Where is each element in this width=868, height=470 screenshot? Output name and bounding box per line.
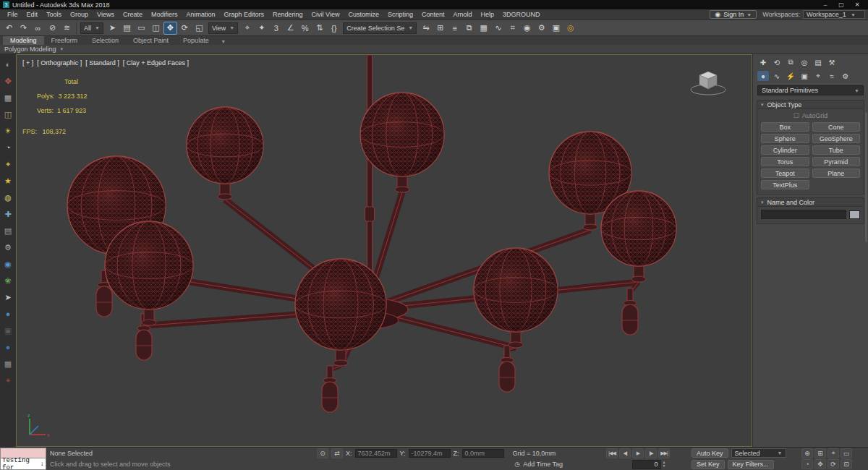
ribbon-tab-populate[interactable]: Populate	[176, 36, 216, 45]
set-key-button[interactable]: Set Key	[692, 460, 725, 469]
autogrid-checkbox[interactable]: ☐	[793, 112, 799, 119]
sign-in-dropdown[interactable]: ◉ Sign In ▼	[710, 10, 757, 19]
object-name-input[interactable]	[761, 210, 846, 219]
clay-sphere-icon[interactable]: ◔	[2, 142, 14, 153]
name-and-color-rollout-header[interactable]: ▾ Name and Color	[757, 197, 864, 207]
object-type-rollout-header[interactable]: ▾ Object Type	[757, 100, 864, 109]
pan-icon[interactable]: ✥	[814, 459, 826, 469]
menu-arnold[interactable]: Arnold	[448, 9, 476, 20]
zoom-icon[interactable]: ⊕	[801, 448, 813, 458]
percent-snap-icon[interactable]: %	[298, 22, 312, 35]
maxscript-mini-listener[interactable]: Testing for ↓	[0, 448, 46, 470]
curve-editor-icon[interactable]: ∿	[491, 22, 505, 35]
menu-rendering[interactable]: Rendering	[268, 9, 307, 20]
offset-mode-icon[interactable]: ⇄	[331, 448, 343, 458]
play-button[interactable]: ▶	[632, 448, 644, 458]
auto-key-button[interactable]: Auto Key	[692, 448, 728, 458]
minimize-button[interactable]: –	[817, 1, 833, 8]
objtype-cylinder-button[interactable]: Cylinder	[761, 145, 809, 155]
menu-group[interactable]: Group	[66, 9, 93, 20]
menu-content[interactable]: Content	[417, 9, 449, 20]
add-object-icon[interactable]: ✚	[2, 208, 14, 220]
menu-views[interactable]: Views	[93, 9, 119, 20]
rectangular-selection-region-icon[interactable]: ▭	[135, 22, 148, 35]
menu-customize[interactable]: Customize	[344, 9, 383, 20]
objtype-textplus-button[interactable]: TextPlus	[761, 180, 809, 189]
redo-icon[interactable]: ↷	[17, 22, 30, 35]
menu-create[interactable]: Create	[119, 9, 147, 20]
box-mode-icon[interactable]: ◫	[2, 108, 14, 120]
viewport-standard-label[interactable]: [ Standard ]	[85, 59, 119, 67]
mirror-icon[interactable]: ⇋	[419, 22, 433, 35]
zoom-extents-icon[interactable]: ⌖	[827, 448, 839, 458]
use-center-flyout-icon[interactable]: ⌖	[240, 22, 254, 35]
objtype-sphere-button[interactable]: Sphere	[761, 134, 809, 143]
y-coordinate-field[interactable]: -10279,4m	[409, 449, 451, 458]
angle-snap-icon[interactable]: ∠	[284, 22, 297, 35]
objtype-teapot-button[interactable]: Teapot	[761, 168, 809, 178]
hierarchy-tab-icon[interactable]: ⧉	[785, 57, 796, 67]
material-editor-icon[interactable]: ◉	[520, 22, 534, 35]
menu-modifiers[interactable]: Modifiers	[147, 9, 182, 20]
globe-icon[interactable]: ◉	[2, 258, 14, 270]
objtype-plane-button[interactable]: Plane	[812, 168, 861, 178]
geometry-category-icon[interactable]: ●	[757, 71, 769, 81]
display-tab-icon[interactable]: ▤	[812, 57, 824, 67]
ribbon-options-icon[interactable]: ▾	[222, 38, 225, 45]
render-setup-icon[interactable]: ⚙	[535, 22, 548, 35]
maximize-button[interactable]: ▢	[833, 1, 849, 8]
select-object-icon[interactable]: ➤	[106, 22, 119, 35]
systems-category-icon[interactable]: ⚙	[840, 71, 851, 81]
menu-file[interactable]: File	[3, 9, 22, 20]
mesh-grid-icon[interactable]: ▦	[2, 358, 14, 369]
isolate-selection-icon[interactable]: ⊙	[317, 448, 328, 458]
go-to-start-button[interactable]: |◀◀	[606, 448, 618, 458]
selection-filter-dropdown[interactable]: All ▼	[80, 22, 103, 34]
select-link-icon[interactable]: ∞	[31, 22, 45, 35]
select-and-scale-icon[interactable]: ◱	[192, 22, 206, 35]
objtype-cone-button[interactable]: Cone	[812, 122, 861, 132]
window-crossing-icon[interactable]: ◫	[149, 22, 163, 35]
x-coordinate-field[interactable]: 7632,452m	[355, 449, 397, 458]
sun-light-icon[interactable]: ☀	[2, 125, 14, 137]
target-icon[interactable]: ⌖	[2, 375, 14, 386]
listener-line[interactable]: Testing for ↓	[0, 458, 46, 470]
move-gizmo-icon[interactable]: ✥	[2, 75, 14, 87]
selected-set-dropdown[interactable]: Selected ▼	[731, 448, 786, 458]
zoom-all-icon[interactable]: ⊞	[814, 448, 826, 458]
modify-tab-icon[interactable]: ⟲	[771, 57, 783, 67]
menu-edit[interactable]: Edit	[22, 9, 43, 20]
objtype-box-button[interactable]: Box	[761, 122, 809, 132]
objtype-tube-button[interactable]: Tube	[812, 145, 861, 155]
ribbon-tab-object-paint[interactable]: Object Paint	[126, 36, 176, 45]
align-icon[interactable]: ⊞	[433, 22, 447, 35]
select-by-name-icon[interactable]: ▤	[120, 22, 134, 35]
close-button[interactable]: ✕	[849, 1, 865, 8]
spacewarps-category-icon[interactable]: ≈	[826, 71, 838, 81]
select-and-rotate-icon[interactable]: ⟳	[178, 22, 192, 35]
orbit-icon[interactable]: ⟳	[827, 459, 839, 469]
menu-help[interactable]: Help	[476, 9, 498, 20]
cursor-icon[interactable]: ➤	[2, 291, 14, 303]
ribbon-tab-selection[interactable]: Selection	[85, 36, 126, 45]
toggle-ribbon-icon[interactable]: ▦	[477, 22, 490, 35]
viewcube[interactable]	[689, 65, 731, 97]
nature-icon[interactable]: ❀	[2, 275, 14, 286]
blue-ball-icon[interactable]: ●	[2, 308, 14, 320]
spark-icon[interactable]: ✦	[2, 158, 14, 170]
toggle-layer-explorer-icon[interactable]: ⧉	[462, 22, 476, 35]
ribbon-tab-modeling[interactable]: Modeling	[3, 36, 44, 45]
edit-named-selection-sets-icon[interactable]: {}	[327, 22, 341, 35]
schematic-view-icon[interactable]: ⌗	[506, 22, 519, 35]
menu-scripting[interactable]: Scripting	[383, 9, 417, 20]
render-production-icon[interactable]: ◎	[563, 22, 577, 35]
workspace-dropdown[interactable]: Workspace_1 ▼	[803, 10, 865, 19]
add-time-tag[interactable]: Add Time Tag	[523, 461, 563, 468]
command-panel-scrollbar[interactable]	[865, 112, 867, 242]
menu-animation[interactable]: Animation	[182, 9, 219, 20]
key-filters-button[interactable]: Key Filters...	[728, 460, 774, 469]
viewport-shading-label[interactable]: [ Clay + Edged Faces ]	[123, 59, 189, 67]
reference-coordinate-dropdown[interactable]: View ▼	[208, 22, 238, 34]
go-to-end-button[interactable]: ▶▶|	[658, 448, 670, 458]
undo-icon[interactable]: ↶	[2, 22, 16, 35]
